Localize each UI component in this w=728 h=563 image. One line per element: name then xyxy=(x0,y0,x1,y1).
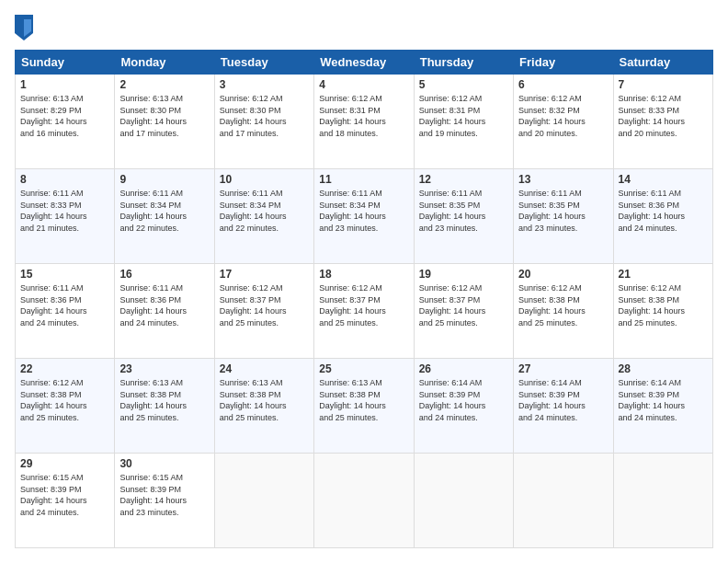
calendar-cell: 18Sunrise: 6:12 AM Sunset: 8:37 PM Dayli… xyxy=(314,264,414,359)
cell-info: Sunrise: 6:12 AM Sunset: 8:31 PM Dayligh… xyxy=(319,93,408,139)
header xyxy=(15,15,713,40)
calendar-cell: 17Sunrise: 6:12 AM Sunset: 8:37 PM Dayli… xyxy=(214,264,313,359)
calendar-cell: 14Sunrise: 6:11 AM Sunset: 8:36 PM Dayli… xyxy=(613,169,712,264)
day-number: 24 xyxy=(220,362,309,375)
day-number: 30 xyxy=(119,457,209,470)
cell-info: Sunrise: 6:12 AM Sunset: 8:38 PM Dayligh… xyxy=(518,282,608,328)
weekday-header-tuesday: Tuesday xyxy=(214,51,313,75)
day-number: 15 xyxy=(20,268,109,281)
day-number: 4 xyxy=(319,78,408,91)
calendar-cell: 6Sunrise: 6:12 AM Sunset: 8:32 PM Daylig… xyxy=(514,75,613,169)
day-number: 2 xyxy=(119,78,209,91)
weekday-header-saturday: Saturday xyxy=(613,51,712,75)
cell-info: Sunrise: 6:11 AM Sunset: 8:36 PM Dayligh… xyxy=(20,282,109,328)
calendar-cell: 16Sunrise: 6:11 AM Sunset: 8:36 PM Dayli… xyxy=(115,264,214,359)
day-number: 9 xyxy=(119,173,209,186)
calendar-cell: 20Sunrise: 6:12 AM Sunset: 8:38 PM Dayli… xyxy=(514,264,613,359)
weekday-header-friday: Friday xyxy=(514,51,613,75)
cell-info: Sunrise: 6:15 AM Sunset: 8:39 PM Dayligh… xyxy=(20,472,109,518)
day-number: 3 xyxy=(220,78,309,91)
calendar-cell: 2Sunrise: 6:13 AM Sunset: 8:30 PM Daylig… xyxy=(115,75,214,169)
cell-info: Sunrise: 6:12 AM Sunset: 8:32 PM Dayligh… xyxy=(518,93,608,139)
calendar-cell: 11Sunrise: 6:11 AM Sunset: 8:34 PM Dayli… xyxy=(314,169,414,264)
calendar-cell: 9Sunrise: 6:11 AM Sunset: 8:34 PM Daylig… xyxy=(115,169,214,264)
day-number: 16 xyxy=(119,268,209,281)
calendar-cell: 29Sunrise: 6:15 AM Sunset: 8:39 PM Dayli… xyxy=(16,454,115,548)
calendar-cell: 8Sunrise: 6:11 AM Sunset: 8:33 PM Daylig… xyxy=(16,169,115,264)
calendar-row-0: 1Sunrise: 6:13 AM Sunset: 8:29 PM Daylig… xyxy=(16,75,713,169)
day-number: 28 xyxy=(619,362,708,375)
calendar-cell: 27Sunrise: 6:14 AM Sunset: 8:39 PM Dayli… xyxy=(514,359,613,454)
day-number: 14 xyxy=(619,173,708,186)
logo-icon xyxy=(15,15,33,40)
cell-info: Sunrise: 6:13 AM Sunset: 8:38 PM Dayligh… xyxy=(319,377,408,423)
cell-info: Sunrise: 6:12 AM Sunset: 8:38 PM Dayligh… xyxy=(619,282,708,328)
calendar-cell: 7Sunrise: 6:12 AM Sunset: 8:33 PM Daylig… xyxy=(613,75,712,169)
day-number: 29 xyxy=(20,457,109,470)
day-number: 22 xyxy=(20,362,109,375)
day-number: 19 xyxy=(419,268,508,281)
day-number: 26 xyxy=(419,362,508,375)
cell-info: Sunrise: 6:11 AM Sunset: 8:34 PM Dayligh… xyxy=(119,188,209,234)
calendar-table: SundayMondayTuesdayWednesdayThursdayFrid… xyxy=(15,50,713,548)
day-number: 13 xyxy=(518,173,608,186)
day-number: 7 xyxy=(619,78,708,91)
calendar-cell: 23Sunrise: 6:13 AM Sunset: 8:38 PM Dayli… xyxy=(115,359,214,454)
cell-info: Sunrise: 6:11 AM Sunset: 8:34 PM Dayligh… xyxy=(220,188,309,234)
cell-info: Sunrise: 6:11 AM Sunset: 8:33 PM Dayligh… xyxy=(20,188,109,234)
calendar-cell xyxy=(414,454,513,548)
calendar-cell: 21Sunrise: 6:12 AM Sunset: 8:38 PM Dayli… xyxy=(613,264,712,359)
cell-info: Sunrise: 6:11 AM Sunset: 8:35 PM Dayligh… xyxy=(518,188,608,234)
calendar-cell: 22Sunrise: 6:12 AM Sunset: 8:38 PM Dayli… xyxy=(16,359,115,454)
calendar-row-1: 8Sunrise: 6:11 AM Sunset: 8:33 PM Daylig… xyxy=(16,169,713,264)
calendar-cell: 28Sunrise: 6:14 AM Sunset: 8:39 PM Dayli… xyxy=(613,359,712,454)
cell-info: Sunrise: 6:12 AM Sunset: 8:37 PM Dayligh… xyxy=(319,282,408,328)
calendar-cell: 10Sunrise: 6:11 AM Sunset: 8:34 PM Dayli… xyxy=(214,169,313,264)
weekday-header-sunday: Sunday xyxy=(16,51,115,75)
calendar-row-2: 15Sunrise: 6:11 AM Sunset: 8:36 PM Dayli… xyxy=(16,264,713,359)
cell-info: Sunrise: 6:11 AM Sunset: 8:36 PM Dayligh… xyxy=(619,188,708,234)
weekday-header-monday: Monday xyxy=(115,51,214,75)
weekday-header-row: SundayMondayTuesdayWednesdayThursdayFrid… xyxy=(16,51,713,75)
cell-info: Sunrise: 6:14 AM Sunset: 8:39 PM Dayligh… xyxy=(518,377,608,423)
cell-info: Sunrise: 6:11 AM Sunset: 8:36 PM Dayligh… xyxy=(119,282,209,328)
cell-info: Sunrise: 6:12 AM Sunset: 8:37 PM Dayligh… xyxy=(220,282,309,328)
cell-info: Sunrise: 6:11 AM Sunset: 8:35 PM Dayligh… xyxy=(419,188,508,234)
calendar-cell xyxy=(514,454,613,548)
calendar-cell: 15Sunrise: 6:11 AM Sunset: 8:36 PM Dayli… xyxy=(16,264,115,359)
day-number: 27 xyxy=(518,362,608,375)
day-number: 10 xyxy=(220,173,309,186)
calendar-cell: 3Sunrise: 6:12 AM Sunset: 8:30 PM Daylig… xyxy=(214,75,313,169)
day-number: 12 xyxy=(419,173,508,186)
day-number: 5 xyxy=(419,78,508,91)
cell-info: Sunrise: 6:12 AM Sunset: 8:31 PM Dayligh… xyxy=(419,93,508,139)
calendar-cell: 1Sunrise: 6:13 AM Sunset: 8:29 PM Daylig… xyxy=(16,75,115,169)
cell-info: Sunrise: 6:13 AM Sunset: 8:38 PM Dayligh… xyxy=(220,377,309,423)
day-number: 17 xyxy=(220,268,309,281)
calendar-cell: 30Sunrise: 6:15 AM Sunset: 8:39 PM Dayli… xyxy=(115,454,214,548)
day-number: 18 xyxy=(319,268,408,281)
calendar-cell: 25Sunrise: 6:13 AM Sunset: 8:38 PM Dayli… xyxy=(314,359,414,454)
day-number: 8 xyxy=(20,173,109,186)
day-number: 11 xyxy=(319,173,408,186)
calendar-cell: 26Sunrise: 6:14 AM Sunset: 8:39 PM Dayli… xyxy=(414,359,513,454)
day-number: 21 xyxy=(619,268,708,281)
weekday-header-thursday: Thursday xyxy=(414,51,513,75)
day-number: 23 xyxy=(119,362,209,375)
calendar-cell xyxy=(314,454,414,548)
calendar-cell: 19Sunrise: 6:12 AM Sunset: 8:37 PM Dayli… xyxy=(414,264,513,359)
calendar-row-4: 29Sunrise: 6:15 AM Sunset: 8:39 PM Dayli… xyxy=(16,454,713,548)
cell-info: Sunrise: 6:13 AM Sunset: 8:29 PM Dayligh… xyxy=(20,93,109,139)
calendar-cell xyxy=(214,454,313,548)
day-number: 1 xyxy=(20,78,109,91)
page: SundayMondayTuesdayWednesdayThursdayFrid… xyxy=(0,0,728,563)
cell-info: Sunrise: 6:11 AM Sunset: 8:34 PM Dayligh… xyxy=(319,188,408,234)
day-number: 25 xyxy=(319,362,408,375)
calendar-cell: 12Sunrise: 6:11 AM Sunset: 8:35 PM Dayli… xyxy=(414,169,513,264)
day-number: 20 xyxy=(518,268,608,281)
cell-info: Sunrise: 6:12 AM Sunset: 8:37 PM Dayligh… xyxy=(419,282,508,328)
calendar-cell xyxy=(613,454,712,548)
cell-info: Sunrise: 6:12 AM Sunset: 8:38 PM Dayligh… xyxy=(20,377,109,423)
calendar-cell: 4Sunrise: 6:12 AM Sunset: 8:31 PM Daylig… xyxy=(314,75,414,169)
day-number: 6 xyxy=(518,78,608,91)
